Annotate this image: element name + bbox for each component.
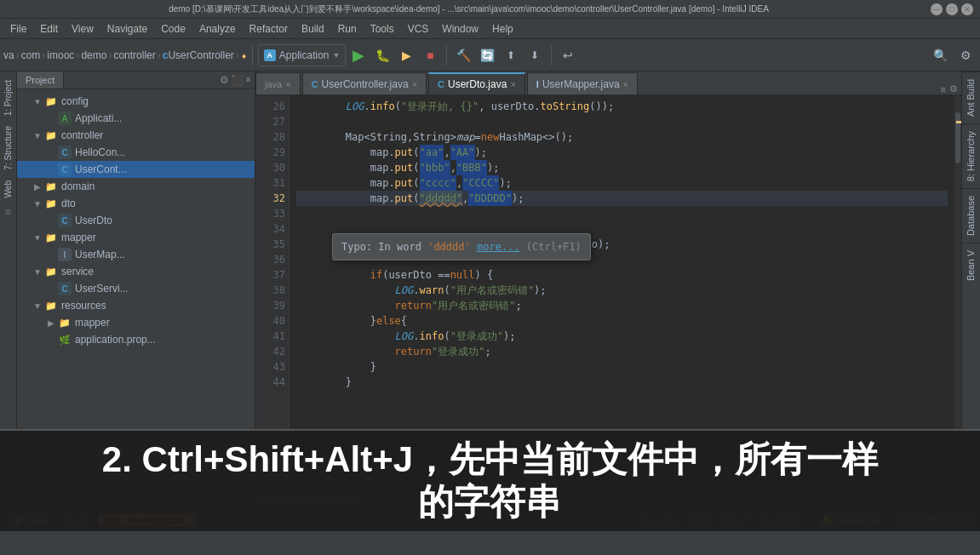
tutorial-text: 2. Ctrl+Shift+Alt+J，先中当前文件中，所有一样 的字符串 <box>102 438 878 524</box>
breadcrumb-com[interactable]: com <box>21 49 41 61</box>
breadcrumb-usercontroller[interactable]: UserController <box>168 49 233 61</box>
menu-code[interactable]: Code <box>154 21 192 37</box>
minimize-button[interactable]: — <box>931 3 943 15</box>
tree-item-mapper[interactable]: ▼ 📁 mapper <box>17 229 255 246</box>
hierarchy-tab[interactable]: 8: Hierarchy <box>962 123 980 188</box>
ant-build-tab[interactable]: Ant Build <box>962 72 980 123</box>
menu-run[interactable]: Run <box>331 21 364 37</box>
tab-java[interactable]: java × <box>255 72 301 94</box>
tree-item-label: domain <box>61 180 95 192</box>
tree-item-controller[interactable]: ▼ 📁 controller <box>17 127 255 144</box>
code-line-38: LOG.warn("用户名或密码错"); <box>296 283 948 298</box>
tree-item-domain[interactable]: ▶ 📁 domain <box>17 178 255 195</box>
bean-v-tab[interactable]: Bean V <box>962 243 980 288</box>
breadcrumb-controller[interactable]: controller <box>113 49 155 61</box>
tab-userdto[interactable]: C UserDto.java × <box>428 72 525 94</box>
tree-item-resources[interactable]: ▼ 📁 resources <box>17 297 255 314</box>
left-tab-web[interactable]: Web <box>2 175 14 203</box>
tab-usermapper[interactable]: I UserMapper.java × <box>527 72 638 94</box>
tree-item-usermapper[interactable]: I UserMap... <box>17 246 255 263</box>
folder-icon: 📁 <box>44 265 58 278</box>
tab-usermapper-close[interactable]: × <box>623 79 628 89</box>
maximize-button[interactable]: □ <box>946 3 958 15</box>
run-button[interactable]: ▶ <box>347 44 370 66</box>
run-config-button[interactable]: A Application ▼ <box>258 44 347 66</box>
folder-icon: 📁 <box>44 231 58 244</box>
tree-item-service[interactable]: ▼ 📁 service <box>17 263 255 280</box>
tree-item-config[interactable]: ▼ 📁 config <box>17 93 255 110</box>
tab-java-label: java <box>265 79 282 89</box>
tab-i-icon: I <box>536 79 539 89</box>
tree-item-resources-mapper[interactable]: ▶ 📁 mapper <box>17 314 255 331</box>
folder-icon: 📁 <box>44 197 58 210</box>
debug-button[interactable]: 🐛 <box>371 44 393 66</box>
left-tab-favorites[interactable]: ☆ <box>2 203 14 222</box>
menu-help[interactable]: Help <box>485 21 520 37</box>
tree-item-userdto[interactable]: C UserDto <box>17 212 255 229</box>
tab-userdto-close[interactable]: × <box>510 79 515 89</box>
menu-window[interactable]: Window <box>435 21 485 37</box>
typo-word: 'ddddd' <box>427 241 471 253</box>
menu-file[interactable]: File <box>3 21 33 37</box>
build-button[interactable]: 🔨 <box>452 44 474 66</box>
menu-analyze[interactable]: Analyze <box>192 21 243 37</box>
vcs-pull[interactable]: ⬇ <box>524 44 546 66</box>
sidebar-settings-icon[interactable]: ⬛ <box>231 74 244 86</box>
menu-navigate[interactable]: Navigate <box>100 21 154 37</box>
sidebar-tab-project[interactable]: Project <box>17 72 64 89</box>
close-button[interactable]: ✕ <box>961 3 973 15</box>
vcs-push[interactable]: ⬆ <box>500 44 522 66</box>
warning-marker <box>956 121 961 123</box>
typo-more-link[interactable]: more... <box>477 241 520 253</box>
tree-item-usercontroller[interactable]: C UserCont... <box>17 161 255 178</box>
left-tab-project[interactable]: 1: Project <box>2 75 14 121</box>
tree-item-hellocontroller[interactable]: C HelloCon... <box>17 144 255 161</box>
menu-vcs[interactable]: VCS <box>401 21 436 37</box>
menu-refactor[interactable]: Refactor <box>243 21 295 37</box>
code-line-43: } <box>296 359 948 375</box>
overlay-line-1: 2. Ctrl+Shift+Alt+J，先中当前文件中，所有一样 <box>102 438 878 481</box>
tree-item-label: dto <box>61 197 76 209</box>
tab-usercontroller-close[interactable]: × <box>412 79 417 89</box>
sidebar-tab-bar: Project ⚙ ⬛ × <box>17 72 255 89</box>
tab-usercontroller[interactable]: C UserController.java × <box>302 72 427 94</box>
tree-item-application[interactable]: A Applicati... <box>17 110 255 127</box>
breadcrumb-va[interactable]: va <box>3 49 14 61</box>
tree-item-application-props[interactable]: 🌿 application.prop... <box>17 331 255 348</box>
database-tab[interactable]: Database <box>962 188 980 243</box>
recent-files-icon[interactable]: ≡ <box>941 84 946 94</box>
gear-icon[interactable]: ⚙ <box>949 83 958 94</box>
toolbar-separator <box>252 45 253 66</box>
coverage-button[interactable]: ▶ <box>395 44 417 66</box>
code-line-31: map.put("cccc", "CCCC"); <box>296 175 948 191</box>
menu-view[interactable]: View <box>65 21 100 37</box>
stop-button[interactable]: ■ <box>419 44 441 66</box>
menu-build[interactable]: Build <box>295 21 331 37</box>
sidebar-close-icon[interactable]: × <box>245 74 251 86</box>
tree-item-label: application.prop... <box>75 334 156 346</box>
folder-icon: 📁 <box>44 129 58 142</box>
code-line-29: map.put("aa", "AA"); <box>296 145 948 160</box>
tab-java-close[interactable]: × <box>285 79 290 89</box>
vcs-button[interactable]: 🔄 <box>476 44 498 66</box>
breadcrumb-class[interactable]: c <box>163 49 169 61</box>
collapse-icon: ▼ <box>31 233 44 243</box>
undo-button[interactable]: ↩ <box>557 44 579 66</box>
scroll-thumb[interactable] <box>955 112 960 163</box>
collapse-icon: ▼ <box>31 97 44 106</box>
left-tab-structure[interactable]: 7: Structure <box>2 121 14 175</box>
props-icon: 🌿 <box>58 333 72 346</box>
menu-tools[interactable]: Tools <box>364 21 401 37</box>
menu-edit[interactable]: Edit <box>33 21 65 37</box>
breadcrumb-demo[interactable]: demo <box>81 49 106 61</box>
breadcrumb-imooc[interactable]: imooc <box>47 49 74 61</box>
typo-message: Typo: In word <box>341 241 427 253</box>
tree-item-label: resources <box>61 300 106 312</box>
settings-button[interactable]: ⚙ <box>954 44 977 66</box>
tree-item-dto[interactable]: ▼ 📁 dto <box>17 195 255 212</box>
search-everywhere[interactable]: 🔍 <box>929 44 951 66</box>
code-line-44: } <box>296 375 948 390</box>
collapse-icon: ▼ <box>31 267 44 277</box>
tree-item-userservice[interactable]: C UserServi... <box>17 280 255 297</box>
sidebar-gear-icon[interactable]: ⚙ <box>220 74 229 86</box>
